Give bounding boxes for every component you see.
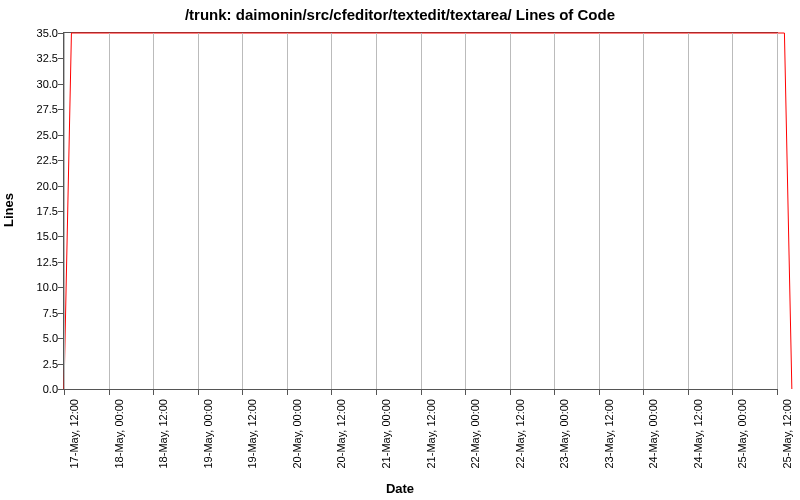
x-tick-label: 22-May, 12:00 (514, 399, 526, 469)
x-tick-label: 18-May, 00:00 (113, 399, 125, 469)
x-tick-label: 21-May, 00:00 (380, 399, 392, 469)
y-tick-label: 32.5 (18, 52, 58, 64)
y-tick-label: 5.0 (18, 332, 58, 344)
y-tick-label: 12.5 (18, 256, 58, 268)
x-tick-label: 17-May, 12:00 (68, 399, 80, 469)
x-tick-label: 25-May, 00:00 (736, 399, 748, 469)
loc-chart: /trunk: daimonin/src/cfeditor/textedit/t… (0, 0, 800, 500)
x-tick-label: 23-May, 12:00 (603, 399, 615, 469)
x-tick-label: 21-May, 12:00 (425, 399, 437, 469)
y-tick-label: 7.5 (18, 307, 58, 319)
y-axis-label: Lines (1, 193, 16, 227)
y-tick-label: 25.0 (18, 129, 58, 141)
y-tick-label: 17.5 (18, 205, 58, 217)
y-tick-label: 27.5 (18, 103, 58, 115)
x-tick-label: 18-May, 12:00 (157, 399, 169, 469)
x-tick-label: 24-May, 00:00 (647, 399, 659, 469)
y-tick-label: 15.0 (18, 230, 58, 242)
y-tick-label: 0.0 (18, 383, 58, 395)
x-axis-label: Date (0, 481, 800, 496)
y-tick-label: 10.0 (18, 281, 58, 293)
chart-title: /trunk: daimonin/src/cfeditor/textedit/t… (0, 6, 800, 23)
plot-area (63, 32, 778, 390)
y-tick-label: 30.0 (18, 78, 58, 90)
x-tick-label: 23-May, 00:00 (558, 399, 570, 469)
y-tick-label: 35.0 (18, 27, 58, 39)
x-tick-label: 20-May, 12:00 (335, 399, 347, 469)
x-tick-label: 22-May, 00:00 (469, 399, 481, 469)
y-tick-label: 2.5 (18, 358, 58, 370)
y-tick-label: 22.5 (18, 154, 58, 166)
y-tick-label: 20.0 (18, 180, 58, 192)
x-tick-label: 20-May, 00:00 (291, 399, 303, 469)
x-tick-label: 25-May, 12:00 (781, 399, 793, 469)
x-tick-label: 19-May, 00:00 (202, 399, 214, 469)
x-tick-label: 19-May, 12:00 (246, 399, 258, 469)
x-tick-label: 24-May, 12:00 (692, 399, 704, 469)
